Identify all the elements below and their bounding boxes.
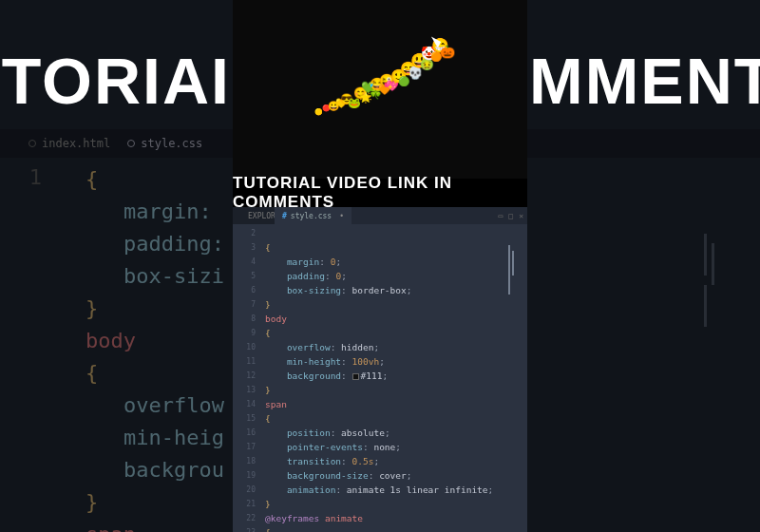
css-prop: position [287, 428, 331, 438]
bg-tab-label: style.css [141, 137, 202, 150]
bg-tab-index[interactable]: index.html [28, 137, 110, 150]
css-at-rule: @keyframes [265, 513, 319, 523]
css-value: #111 [361, 370, 383, 381]
text-cursor-icon [712, 243, 714, 285]
css-prop: pointer-events [287, 442, 363, 452]
caption-text: TUTORIAI [0, 44, 231, 118]
side-caption-left: TUTORIAI [0, 38, 233, 124]
brace: } [265, 499, 271, 509]
css-value: 0.5s [352, 456, 374, 466]
bg-tab-style[interactable]: style.css [127, 137, 202, 150]
line-number: 7 [233, 297, 256, 312]
css-file-icon: # [282, 212, 287, 220]
line-number: 15 [233, 411, 256, 426]
brace: } [265, 299, 271, 310]
keyframes-name: animate [325, 513, 363, 523]
css-value: animate 1s linear infinite [347, 484, 488, 495]
caption-text: TUTORIAL VIDEO LINK IN COMMENTS [233, 174, 527, 212]
css-value: none [373, 442, 395, 452]
line-number: 1 [0, 165, 42, 189]
window-controls: ▭ □ ✕ [499, 207, 523, 224]
line-number: 5 [233, 269, 256, 283]
bg-gutter: 1 [0, 158, 57, 532]
line-number: 6 [233, 283, 256, 297]
split-icon[interactable]: ▭ [499, 212, 504, 220]
line-number: 3 [233, 240, 256, 255]
foreground-editor: EXPLORER # style.css • ▭ □ ✕ 23456789101… [233, 207, 527, 532]
line-number: 22 [233, 511, 256, 525]
brace: { [265, 527, 271, 532]
css-prop: box-sizing [287, 285, 341, 295]
fg-tab-label: style.css [291, 212, 332, 220]
css-prop: margin [287, 256, 319, 267]
line-number: 23 [233, 525, 256, 532]
css-prop: background-size [287, 470, 369, 481]
emoji-swarm: 🟡🔴😀💛😎🐸😊🌟💚🍀😂🧡😜💖🙂🟢😄💀😃🤢🤡🟠😁🎃 [233, 0, 527, 179]
maximize-icon[interactable]: □ [508, 212, 513, 220]
caption-text: MMENTS [529, 44, 760, 118]
css-value: cover [379, 470, 407, 481]
css-prop: transition [287, 456, 341, 466]
css-prop: min-height [287, 356, 341, 367]
fg-code[interactable]: { margin: 0; padding: 0; box-sizing: bor… [265, 224, 522, 532]
brace: { [265, 242, 271, 253]
emoji-particle: 🎃 [440, 46, 455, 58]
color-swatch-icon [352, 373, 359, 380]
line-number: 19 [233, 468, 256, 483]
fg-gutter: 23456789101112131415161718192021222324 [233, 224, 261, 532]
bg-tab-label: index.html [42, 137, 110, 150]
fg-tab-style[interactable]: # style.css • [275, 207, 352, 224]
css-value: hidden [341, 342, 373, 352]
caption-bar: TUTORIAL VIDEO LINK IN COMMENTS [233, 179, 527, 207]
more-icon[interactable]: ✕ [519, 212, 523, 220]
css-prop: overflow [287, 342, 331, 352]
line-number: 21 [233, 497, 256, 511]
brace: } [265, 385, 271, 395]
css-prop: padding [287, 271, 325, 281]
line-number: 11 [233, 354, 256, 369]
css-prop: animation [287, 484, 335, 495]
css-selector: body [265, 314, 287, 324]
radio-icon [127, 140, 135, 147]
tab-modified-dot: • [339, 212, 344, 220]
radio-icon [28, 140, 36, 147]
line-number: 8 [233, 312, 256, 326]
css-selector: span [265, 399, 287, 409]
line-number: 12 [233, 369, 256, 383]
line-number: 17 [233, 440, 256, 454]
brace: { [265, 413, 271, 424]
line-number: 18 [233, 454, 256, 468]
css-value: border-box [352, 285, 407, 295]
side-caption-right: MMENTS [527, 38, 760, 124]
line-number: 10 [233, 340, 256, 354]
fg-explorer-label[interactable]: EXPLORER [233, 207, 275, 224]
demo-preview: 🟡🔴😀💛😎🐸😊🌟💚🍀😂🧡😜💖🙂🟢😄💀😃🤢🤡🟠😁🎃 [233, 0, 527, 179]
fg-tab-bar: EXPLORER # style.css • ▭ □ ✕ [233, 207, 527, 224]
line-number: 9 [233, 326, 256, 340]
line-number: 2 [233, 226, 256, 240]
css-value: absolute [341, 428, 385, 438]
css-prop: background [287, 370, 341, 381]
line-number: 4 [233, 255, 256, 269]
line-number: 13 [233, 383, 256, 397]
css-value: 100vh [352, 356, 380, 367]
text-cursor-icon [512, 251, 514, 276]
brace: { [265, 328, 271, 338]
line-number: 14 [233, 397, 256, 411]
line-number: 20 [233, 483, 256, 497]
line-number: 16 [233, 426, 256, 440]
